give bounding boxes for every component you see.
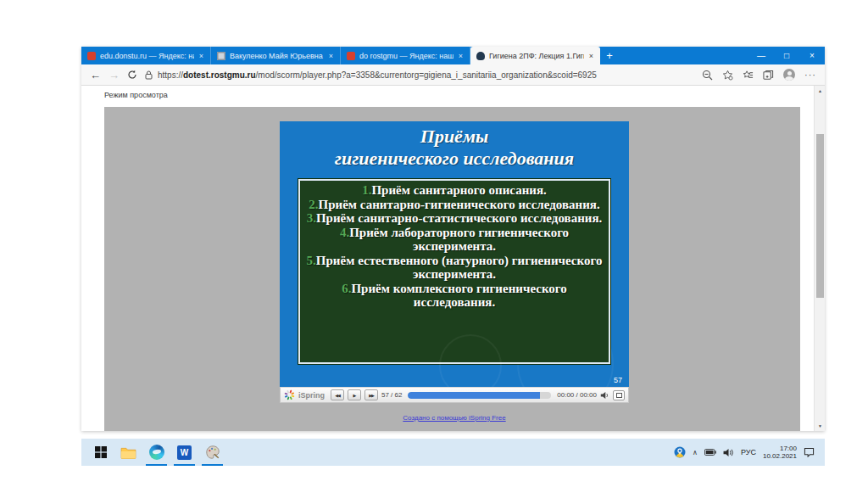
item-number: 4.	[340, 226, 349, 239]
url-scheme: https://	[158, 70, 183, 80]
close-button[interactable]: ×	[799, 47, 825, 64]
taskbar-apps: W	[81, 439, 226, 466]
address-bar[interactable]: https://dotest.rostgmu.ru/mod/scorm/play…	[145, 70, 694, 80]
page-scrollbar[interactable]: ▲ ▼	[814, 86, 825, 431]
slide-title-line1: Приёмы	[280, 126, 629, 148]
browser-window: edu.donstu.ru — Яндекс: нашло × Вакуленк…	[81, 47, 825, 431]
back-icon[interactable]: ←	[90, 70, 101, 81]
scorm-player-area: Приёмы гигиенического исследования 1.При…	[104, 107, 800, 431]
language-indicator[interactable]: РУС	[741, 448, 756, 456]
action-center-icon[interactable]	[804, 447, 815, 457]
slide-number: 57	[614, 376, 622, 384]
tab-favicon-icon	[476, 52, 485, 60]
browser-tab[interactable]: edu.donstu.ru — Яндекс: нашло ×	[81, 47, 211, 64]
screenshot-canvas: edu.donstu.ru — Яндекс: нашло × Вакуленк…	[0, 0, 868, 487]
url-text[interactable]: https://dotest.rostgmu.ru/mod/scorm/play…	[158, 70, 597, 80]
item-number: 6.	[342, 282, 351, 295]
list-item: 1.Приём санитарного описания.	[301, 183, 608, 198]
tab-title: Вакуленко Майя Юрьевна	[230, 52, 324, 60]
presentation-player: Приёмы гигиенического исследования 1.При…	[280, 121, 629, 423]
list-item: 3.Приём санитарно-статистического исслед…	[301, 211, 608, 226]
slide-position-label: 57 / 62	[381, 391, 402, 399]
browser-tab[interactable]: do rostgmu — Яндекс: нашлос ×	[341, 47, 470, 64]
new-tab-button[interactable]: +	[600, 47, 619, 64]
item-number: 3.	[307, 211, 316, 225]
player-control-bar: iSpring ◀◀ ▶ ▶▶ 57 / 62 00:00 / 00:00	[280, 387, 629, 403]
tab-close-icon[interactable]: ×	[588, 52, 594, 60]
speaker-icon[interactable]	[600, 391, 609, 400]
tab-title: Гигиена 2ПФ: Лекция 1.Гигиен	[489, 52, 584, 60]
tab-favicon-icon	[347, 52, 355, 60]
tab-close-icon[interactable]: ×	[458, 52, 464, 60]
item-number: 1.	[362, 183, 371, 197]
ispring-free-link[interactable]: Создано с помощью iSpring Free	[403, 414, 505, 422]
item-number: 2.	[309, 198, 318, 211]
progress-bar[interactable]	[408, 392, 551, 399]
item-text: Приём санитарно-статистического исследов…	[316, 211, 602, 225]
view-mode-label: Режим просмотра	[104, 91, 168, 99]
player-progress-fill	[408, 392, 539, 399]
previous-slide-button[interactable]: ◀◀	[331, 389, 344, 400]
tab-strip: edu.donstu.ru — Яндекс: нашло × Вакуленк…	[81, 47, 600, 64]
next-slide-button[interactable]: ▶▶	[364, 389, 378, 400]
tab-close-icon[interactable]: ×	[198, 52, 204, 60]
detach-window-icon[interactable]	[613, 390, 625, 400]
item-text: Приём комплексного гигиенического исслед…	[351, 282, 566, 310]
play-button[interactable]: ▶	[348, 389, 361, 400]
windows-taskbar: W ∧	[81, 439, 825, 466]
show-hidden-icons-chevron[interactable]: ∧	[693, 449, 698, 456]
window-controls: — □ ×	[748, 47, 825, 64]
system-tray: ∧ РУС 17:00 10.02.2021	[674, 445, 825, 460]
url-path: /mod/scorm/player.php?a=3358&currentorg=…	[256, 70, 597, 80]
tab-close-icon[interactable]: ×	[328, 52, 334, 60]
slide-title: Приёмы гигиенического исследования	[280, 121, 629, 170]
time-label: 00:00 / 00:00	[557, 391, 597, 399]
file-explorer-button[interactable]	[114, 439, 142, 466]
volume-icon[interactable]	[723, 448, 734, 457]
word-taskbar-button[interactable]: W	[170, 439, 198, 466]
word-icon: W	[177, 445, 192, 460]
footer-link-row: Создано с помощью iSpring Free	[280, 408, 629, 423]
forward-icon[interactable]: →	[108, 70, 120, 81]
item-text: Приём лабораторного гигиенического экспе…	[349, 226, 569, 254]
browser-tab[interactable]: Вакуленко Майя Юрьевна ×	[211, 47, 341, 64]
collections-icon[interactable]	[763, 70, 774, 81]
lock-icon[interactable]	[145, 70, 153, 80]
tab-title: edu.donstu.ru — Яндекс: нашло	[100, 52, 194, 60]
browser-tab[interactable]: Гигиена 2ПФ: Лекция 1.Гигиен ×	[470, 47, 600, 64]
clock[interactable]: 17:00 10.02.2021	[763, 445, 797, 460]
favorites-bar-icon[interactable]	[743, 70, 754, 81]
page-content: Режим просмотра Приёмы гигиенического ис…	[81, 86, 825, 431]
list-item: 5.Приём естественного (натурного) гигиен…	[301, 254, 608, 282]
scroll-up-icon[interactable]: ▲	[815, 86, 826, 96]
list-item: 6.Приём комплексного гигиенического иссл…	[301, 282, 608, 310]
scroll-down-icon[interactable]: ▼	[815, 421, 826, 431]
tray-date: 10.02.2021	[763, 452, 797, 460]
edge-taskbar-button[interactable]	[142, 439, 170, 466]
refresh-icon[interactable]	[127, 70, 137, 80]
item-text: Приём естественного (натурного) гигиенич…	[316, 254, 603, 282]
scrollbar-thumb[interactable]	[816, 134, 824, 298]
tray-time: 17:00	[763, 445, 797, 452]
ispring-logo-icon	[284, 389, 295, 400]
item-text: Приём санитарно-гигиенического исследова…	[319, 198, 600, 211]
battery-icon[interactable]	[704, 448, 716, 456]
tab-title: do rostgmu — Яндекс: нашлос	[359, 52, 453, 60]
settings-ellipsis-icon[interactable]: ···	[804, 70, 816, 80]
item-number: 5.	[307, 254, 316, 267]
tray-app-icon[interactable]	[674, 446, 686, 458]
ispring-brand-label: iSpring	[298, 391, 325, 400]
folder-icon	[120, 446, 136, 459]
tab-favicon-icon	[87, 52, 96, 60]
profile-avatar[interactable]	[783, 69, 795, 81]
browser-toolbar: ← → https://dotest.rostgmu.ru/mod/scorm/…	[81, 64, 825, 86]
start-button[interactable]	[86, 439, 114, 466]
favorites-star-icon[interactable]	[722, 70, 733, 81]
item-text: Приём санитарного описания.	[371, 183, 546, 197]
maximize-button[interactable]: □	[774, 47, 799, 64]
edge-icon	[149, 445, 164, 460]
url-host: dotest.rostgmu.ru	[183, 70, 256, 80]
minimize-button[interactable]: —	[748, 47, 774, 64]
zoom-out-icon[interactable]	[702, 70, 713, 81]
paint-taskbar-button[interactable]	[198, 439, 226, 466]
